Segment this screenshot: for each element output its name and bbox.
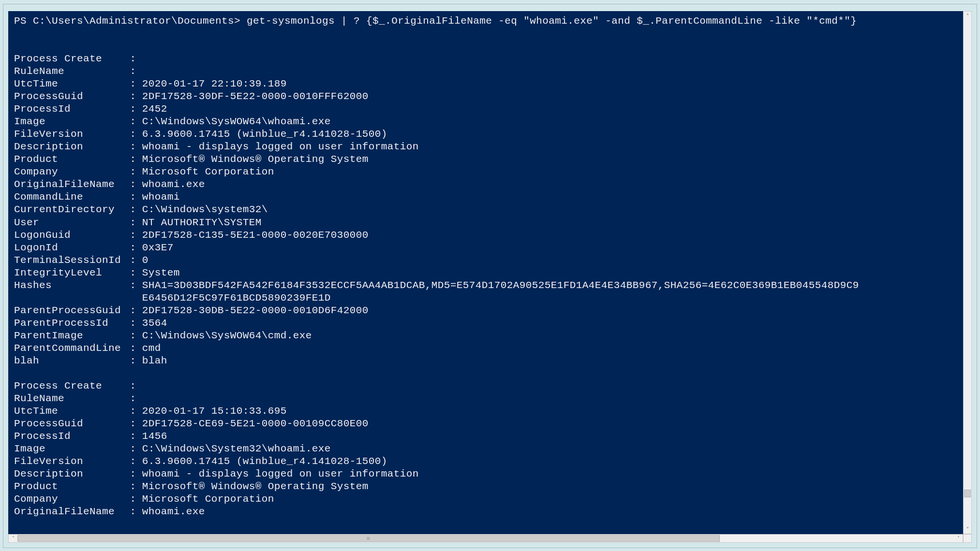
field-key: ParentProcessGuid [14, 304, 130, 317]
field-key: Company [14, 493, 130, 506]
field-key: UtcTime [14, 78, 130, 90]
field-separator: : [130, 493, 142, 506]
field-value: cmd [142, 342, 161, 355]
field-value: 6.3.9600.17415 (winblue_r4.141028-1500) [142, 455, 387, 468]
field-row: OriginalFileName: whoami.exe [14, 506, 957, 518]
field-value: 6.3.9600.17415 (winblue_r4.141028-1500) [142, 128, 387, 141]
field-key: TerminalSessionId [14, 254, 130, 267]
vertical-scroll-thumb[interactable] [964, 490, 971, 497]
field-value: whoami [142, 191, 180, 203]
field-value: Microsoft Corporation [142, 166, 274, 178]
field-separator: : [130, 480, 142, 493]
field-value: C:\Windows\SysWOW64\cmd.exe [142, 330, 312, 342]
scroll-left-arrow-icon[interactable]: ˂ [9, 535, 17, 542]
field-row: Company: Microsoft Corporation [14, 493, 957, 506]
field-row: FileVersion: 6.3.9600.17415 (winblue_r4.… [14, 128, 957, 141]
field-value: whoami.exe [142, 506, 205, 518]
field-row: ParentProcessGuid: 2DF17528-30DB-5E22-00… [14, 304, 957, 317]
field-value: C:\Windows\System32\whoami.exe [142, 443, 331, 455]
field-value: 2452 [142, 103, 167, 116]
field-separator: : [130, 65, 142, 78]
field-key: UtcTime [14, 405, 130, 418]
field-separator: : [130, 153, 142, 166]
field-separator: : [130, 506, 142, 518]
field-value: 3564 [142, 317, 167, 330]
vertical-scrollbar[interactable]: ˄ ˅ [963, 11, 972, 534]
field-value: C:\Windows\system32\ [142, 203, 268, 216]
record-header: Process Create: [14, 380, 957, 392]
field-key: Company [14, 166, 130, 178]
scroll-down-arrow-icon[interactable]: ˅ [964, 525, 971, 534]
field-row: User: NT AUTHORITY\SYSTEM [14, 217, 957, 229]
field-separator: : [130, 330, 142, 342]
field-separator: : [130, 166, 142, 178]
field-separator: : [130, 254, 142, 267]
field-row: UtcTime: 2020-01-17 15:10:33.695 [14, 405, 957, 418]
field-value: 0 [142, 254, 148, 267]
field-row: CommandLine: whoami [14, 191, 957, 203]
field-row: Product: Microsoft® Windows® Operating S… [14, 480, 957, 493]
field-key: IntegrityLevel [14, 267, 130, 279]
field-row: RuleName: [14, 65, 957, 78]
field-key: CommandLine [14, 191, 130, 203]
field-value: 2DF17528-30DB-5E22-0000-0010D6F42000 [142, 304, 369, 317]
command-text: get-sysmonlogs | ? {$_.OriginalFileName … [247, 15, 857, 27]
field-row: UtcTime: 2020-01-17 22:10:39.189 [14, 78, 957, 90]
field-key: OriginalFileName [14, 178, 130, 191]
field-separator: : [130, 229, 142, 242]
field-row: TerminalSessionId: 0 [14, 254, 957, 267]
field-separator: : [130, 203, 142, 216]
record-header: Process Create: [14, 53, 957, 65]
field-separator: : [130, 304, 142, 317]
field-value: 2020-01-17 22:10:39.189 [142, 78, 287, 90]
horizontal-scroll-track[interactable] [17, 535, 954, 542]
field-row: Description: whoami - displays logged on… [14, 141, 957, 153]
field-key: FileVersion [14, 128, 130, 141]
field-key: Product [14, 153, 130, 166]
vertical-scroll-track[interactable] [964, 20, 971, 525]
field-key: Product [14, 480, 130, 493]
blank-line [14, 367, 957, 380]
field-separator: : [130, 279, 142, 292]
field-value: 2020-01-17 15:10:33.695 [142, 405, 287, 418]
scroll-right-arrow-icon[interactable]: ˃ [954, 535, 963, 542]
field-value: NT AUTHORITY\SYSTEM [142, 217, 262, 229]
field-key: ProcessGuid [14, 90, 130, 103]
field-separator: : [130, 217, 142, 229]
field-key: LogonGuid [14, 229, 130, 242]
field-value: System [142, 267, 180, 279]
field-key: OriginalFileName [14, 506, 130, 518]
field-row: ParentImage: C:\Windows\SysWOW64\cmd.exe [14, 330, 957, 342]
field-value: 2DF17528-30DF-5E22-0000-0010FFF62000 [142, 90, 369, 103]
field-separator: : [130, 267, 142, 279]
field-value: SHA1=3D03BDF542FA542F6184F3532ECCF5AA4AB… [142, 279, 859, 292]
console-output[interactable]: PS C:\Users\Administrator\Documents> get… [8, 11, 963, 534]
blank-line [14, 28, 957, 40]
field-row: OriginalFileName: whoami.exe [14, 178, 957, 191]
field-key: Description [14, 468, 130, 480]
field-key: ParentCommandLine [14, 342, 130, 355]
field-separator: : [130, 128, 142, 141]
field-value-continuation: E6456D12F5C97F61BCD5890239FE1D [14, 292, 957, 304]
field-row: CurrentDirectory: C:\Windows\system32\ [14, 203, 957, 216]
scroll-up-arrow-icon[interactable]: ˄ [964, 12, 971, 20]
field-row: ParentCommandLine: cmd [14, 342, 957, 355]
field-row: RuleName: [14, 392, 957, 405]
field-key: User [14, 217, 130, 229]
scrollbar-corner [963, 534, 972, 543]
field-separator: : [130, 317, 142, 330]
field-value: 0x3E7 [142, 242, 174, 254]
horizontal-scrollbar[interactable]: ˂ ˃ [8, 534, 963, 543]
horizontal-scroll-thumb[interactable] [17, 535, 720, 542]
field-key: FileVersion [14, 455, 130, 468]
field-separator: : [130, 141, 142, 153]
field-key: RuleName [14, 65, 130, 78]
field-row: Product: Microsoft® Windows® Operating S… [14, 153, 957, 166]
field-key: CurrentDirectory [14, 203, 130, 216]
field-row: FileVersion: 6.3.9600.17415 (winblue_r4.… [14, 455, 957, 468]
field-value: whoami.exe [142, 178, 205, 191]
field-separator: : [130, 418, 142, 430]
field-separator: : [130, 443, 142, 455]
field-key: RuleName [14, 392, 130, 405]
field-key: Image [14, 116, 130, 128]
